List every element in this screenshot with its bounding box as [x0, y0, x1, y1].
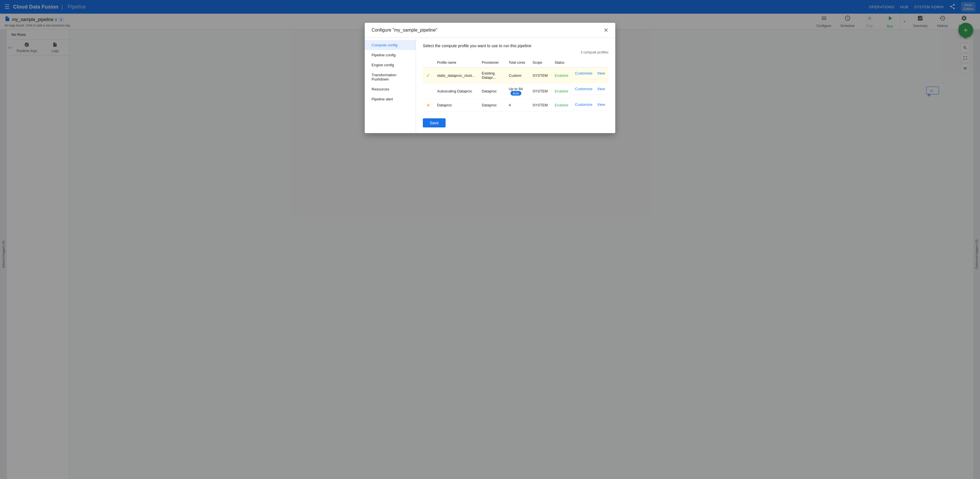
modal-body: Compute config Pipeline config Engine co… — [365, 38, 615, 133]
actions-cell: Customize View — [572, 99, 608, 110]
engine-config-label: Engine config — [372, 63, 394, 67]
row-indicator-cell — [423, 83, 434, 99]
col-header-provisioner: Provisioner — [478, 58, 505, 68]
scope-cell: SYSTEM — [529, 99, 551, 111]
pipeline-alert-label: Pipeline alert — [372, 97, 393, 101]
status-enabled: Enabled — [555, 73, 568, 78]
col-header-indicator — [423, 58, 434, 68]
sidebar-item-compute-config[interactable]: Compute config — [365, 40, 416, 50]
provisioner-cell: Dataproc — [478, 99, 505, 111]
status-cell: Enabled — [551, 68, 572, 83]
col-header-scope: Scope — [529, 58, 551, 68]
modal-content-area: Select the compute profile you want to u… — [416, 38, 615, 133]
view-button-row0[interactable]: View — [597, 71, 605, 75]
configure-modal: Configure "my_sample_pipeline" ✕ Compute… — [365, 23, 615, 133]
total-cores-cell: 4 — [505, 99, 529, 111]
status-cell: Enabled — [551, 99, 572, 111]
col-header-actions — [572, 58, 608, 68]
profile-count: 3 compute profiles — [423, 50, 608, 54]
profile-name-cell: static_dataproc_clust... — [434, 68, 478, 83]
customize-button-row0[interactable]: Customize — [575, 71, 592, 75]
actions-cell: Customize View — [572, 68, 608, 79]
star-icon: ★ — [426, 103, 430, 108]
customize-button-row2[interactable]: Customize — [575, 102, 592, 107]
sidebar-item-engine-config[interactable]: Engine config — [365, 60, 416, 70]
modal-overlay: Configure "my_sample_pipeline" ✕ Compute… — [0, 0, 980, 479]
pipeline-config-label: Pipeline config — [372, 53, 396, 57]
cores-value: Up to 84 — [509, 87, 523, 91]
scope-cell: SYSTEM — [529, 68, 551, 83]
customize-button-row1[interactable]: Customize — [575, 87, 592, 91]
compute-config-label: Compute config — [372, 43, 398, 47]
modal-title: Configure "my_sample_pipeline" — [372, 28, 438, 33]
row-indicator-cell: ★ — [423, 99, 434, 111]
auto-badge: Auto — [511, 91, 522, 95]
col-header-status: Status — [551, 58, 572, 68]
modal-content-title: Select the compute profile you want to u… — [423, 43, 608, 48]
save-button[interactable]: Save — [423, 118, 445, 127]
modal-footer: Save — [423, 111, 608, 127]
status-enabled: Enabled — [555, 103, 568, 107]
provisioner-cell: Dataproc — [478, 83, 505, 99]
view-button-row2[interactable]: View — [597, 102, 605, 107]
profile-name-cell: Autoscaling Dataproc — [434, 83, 478, 99]
row-indicator-cell: ✓ — [423, 68, 434, 83]
total-cores-cell: Custom — [505, 68, 529, 83]
table-row[interactable]: Autoscaling Dataproc Dataproc Up to 84 A… — [423, 83, 608, 99]
modal-sidebar: Compute config Pipeline config Engine co… — [365, 38, 416, 133]
table-row[interactable]: ✓ static_dataproc_clust... Existing Data… — [423, 68, 608, 83]
table-header-row: Profile name Provisioner Total cores Sco… — [423, 58, 608, 68]
sidebar-item-resources[interactable]: Resources — [365, 84, 416, 94]
transformation-pushdown-label: Transformation Pushdown — [372, 73, 396, 81]
sidebar-item-pipeline-config[interactable]: Pipeline config — [365, 50, 416, 60]
profile-name-cell: Dataproc — [434, 99, 478, 111]
resources-label: Resources — [372, 87, 389, 91]
modal-header: Configure "my_sample_pipeline" ✕ — [365, 23, 615, 38]
status-cell: Enabled — [551, 83, 572, 99]
view-button-row1[interactable]: View — [597, 87, 605, 91]
actions-cell: Customize View — [572, 83, 608, 95]
profiles-table: Profile name Provisioner Total cores Sco… — [423, 58, 608, 111]
check-icon: ✓ — [426, 73, 430, 78]
sidebar-item-pipeline-alert[interactable]: Pipeline alert — [365, 94, 416, 104]
scope-cell: SYSTEM — [529, 83, 551, 99]
provisioner-cell: Existing Datapr... — [478, 68, 505, 83]
total-cores-cell: Up to 84 Auto — [505, 83, 529, 99]
table-row[interactable]: ★ Dataproc Dataproc 4 SYSTEM Enabled Cus… — [423, 99, 608, 111]
col-header-profile-name: Profile name — [434, 58, 478, 68]
col-header-total-cores: Total cores — [505, 58, 529, 68]
modal-close-button[interactable]: ✕ — [604, 27, 608, 33]
sidebar-item-transformation-pushdown[interactable]: Transformation Pushdown — [365, 70, 416, 84]
status-enabled: Enabled — [555, 89, 568, 93]
